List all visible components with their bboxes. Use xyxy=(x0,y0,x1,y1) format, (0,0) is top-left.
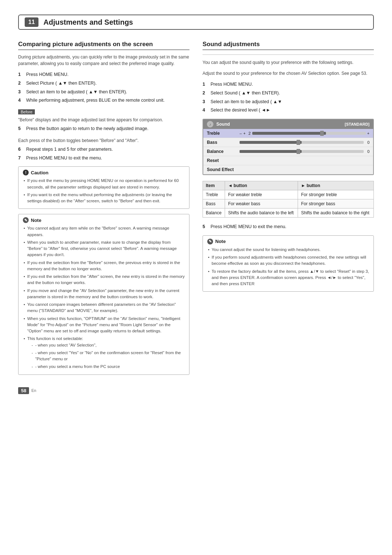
left-step-1: 1 Press HOME MENU. xyxy=(18,71,189,78)
bass-fill xyxy=(240,141,302,144)
right-intro2: Adjust the sound to your preference for … xyxy=(203,70,374,77)
left-step-5: 5 Press the button again to return to th… xyxy=(18,125,189,132)
table-cell-treble-left: For weaker treble xyxy=(225,190,298,199)
right-note-list: You cannot adjust the sound for listenin… xyxy=(207,247,369,287)
page-footer: 58 En xyxy=(18,387,374,394)
caution-box: ! Caution If you exit the menu by pressi… xyxy=(18,166,189,209)
left-note-item-2: If you exit the selection from the "Befo… xyxy=(23,260,185,272)
sound-menu-row-treble: Treble – + 2 + xyxy=(203,129,373,138)
caution-item-2: If you want to exit the menu without per… xyxy=(23,192,185,204)
table-header-left-btn: ◄ button xyxy=(225,181,298,190)
right-note-box: ✎ Note You cannot adjust the sound for l… xyxy=(203,235,374,292)
left-step-3: 3 Select an item to be adjusted ( ▲▼ the… xyxy=(18,89,189,96)
left-step-4: 4 While performing adjustment, press BLU… xyxy=(18,97,189,104)
sound-menu-row-balance: Balance 0 xyxy=(203,147,373,156)
treble-track xyxy=(252,132,366,135)
table-header-right-btn: ► button xyxy=(298,181,374,190)
caution-list: If you exit the menu by pressing HOME ME… xyxy=(23,178,185,204)
left-step-2: 2 Select Picture ( ▲▼ then ENTER). xyxy=(18,80,189,87)
table-cell-balance-left: Shifts the audio balance to the left xyxy=(225,208,298,218)
balance-bar: 0 xyxy=(240,149,369,154)
left-column: Comparing picture adjustments on the scr… xyxy=(18,41,189,380)
sound-effect-label: Sound Effect xyxy=(207,167,240,172)
sound-menu: ♪ Sound [STANDARD] Treble – + 2 + xyxy=(203,119,374,175)
left-steps-cont: 5 Press the button again to return to th… xyxy=(18,125,189,132)
note-icon: ✎ xyxy=(23,217,29,223)
table-cell-bass-item: Bass xyxy=(203,199,225,208)
sound-menu-icon: ♪ xyxy=(207,121,213,127)
balance-thumb xyxy=(297,149,300,154)
left-section-title: Comparing picture adjustments on the scr… xyxy=(18,41,189,50)
right-note-item-1: If you perform sound adjustments with he… xyxy=(207,254,369,267)
page-number: 58 xyxy=(18,387,29,394)
caution-title: ! Caution xyxy=(23,170,185,175)
right-steps: 1 Press HOME MENU. 2 Select Sound ( ▲▼ t… xyxy=(203,81,374,114)
right-step-4: 4 Select the desired level ( ◄► xyxy=(203,107,374,114)
chapter-number: 11 xyxy=(25,17,38,27)
sound-menu-row-reset: Reset xyxy=(203,156,373,165)
table-cell-bass-left: For weaker bass xyxy=(225,199,298,208)
treble-thumb xyxy=(320,131,324,136)
sound-menu-header: ♪ Sound [STANDARD] xyxy=(203,119,373,129)
left-note-item-6: When you select this function, "OPTIMUM"… xyxy=(23,316,185,335)
caution-icon: ! xyxy=(23,170,29,175)
left-note-item-7: This function is not selectable: - when … xyxy=(23,336,185,370)
left-intro: During picture adjustments, you can quic… xyxy=(18,54,189,67)
right-step-3: 3 Select an item to be adjusted ( ▲▼ xyxy=(203,98,374,105)
left-note-item-0: You cannot adjust any item while on the … xyxy=(23,225,185,238)
sound-menu-row-sound-effect: Sound Effect xyxy=(203,165,373,174)
left-note-sub-2: - when you select "Yes" or "No" on the c… xyxy=(31,350,185,362)
table-row-balance: Balance Shifts the audio balance to the … xyxy=(203,208,374,218)
left-note-box: ✎ Note You cannot adjust any item while … xyxy=(18,214,189,374)
sound-menu-label: Sound xyxy=(216,122,342,127)
left-note-item-4: If you move and change the "AV Selection… xyxy=(23,288,185,300)
left-note-sub-1: - when you select "AV Selection", xyxy=(31,342,185,348)
bass-thumb xyxy=(297,140,300,145)
table-cell-bass-right: For stronger bass xyxy=(298,199,374,208)
bass-track xyxy=(240,141,364,144)
balance-fill xyxy=(240,150,302,153)
left-note-sub-3: - when you select a menu from the PC sou… xyxy=(31,364,185,370)
right-intro1: You can adjust the sound quality to your… xyxy=(203,59,374,66)
button-table: Item ◄ button ► button Treble For weaker… xyxy=(203,181,374,218)
table-cell-treble-item: Treble xyxy=(203,190,225,199)
right-step-1: 1 Press HOME MENU. xyxy=(203,81,374,88)
right-steps-cont: 5 Press HOME MENU to exit the menu. xyxy=(203,223,374,230)
caution-item-1: If you exit the menu by pressing HOME ME… xyxy=(23,178,185,190)
sound-menu-standard: [STANDARD] xyxy=(345,122,369,126)
page-lang: En xyxy=(31,388,36,393)
treble-label: Treble xyxy=(207,131,240,136)
left-step-6: 6 Repeat steps 1 and 5 for other paramet… xyxy=(18,146,189,153)
chapter-title: Adjustments and Settings xyxy=(44,18,133,27)
table-row-treble: Treble For weaker treble For stronger tr… xyxy=(203,190,374,199)
two-column-layout: Comparing picture adjustments on the scr… xyxy=(18,41,374,380)
right-column: Sound adjustments You can adjust the sou… xyxy=(203,41,374,297)
right-note-item-2: To restore the factory defaults for all … xyxy=(207,268,369,287)
table-cell-balance-right: Shifts the audio balance to the right xyxy=(298,208,374,218)
left-note-item-1: When you switch to another parameter, ma… xyxy=(23,239,185,258)
left-note-item-5: You cannot compare images between differ… xyxy=(23,301,185,314)
treble-bar: – + 2 + xyxy=(240,131,369,135)
right-step-2: 2 Select Sound ( ▲▼ then ENTER). xyxy=(203,90,374,97)
right-note-icon: ✎ xyxy=(207,239,213,244)
balance-track xyxy=(240,150,364,153)
left-step-7: 7 Press HOME MENU to exit the menu. xyxy=(18,155,189,162)
left-note-list: You cannot adjust any item while on the … xyxy=(23,225,185,370)
left-note-item-3: If you exit the selection from the "Afte… xyxy=(23,274,185,286)
before-note: "Before" displays and the image adjusted… xyxy=(18,117,189,123)
bass-label: Bass xyxy=(207,140,240,145)
reset-label: Reset xyxy=(207,158,240,163)
right-section-title: Sound adjustments xyxy=(203,41,374,50)
right-step-5: 5 Press HOME MENU to exit the menu. xyxy=(203,223,374,230)
right-note-title: ✎ Note xyxy=(207,239,369,244)
left-note-title: ✎ Note xyxy=(23,217,185,223)
left-steps-cont2: 6 Repeat steps 1 and 5 for other paramet… xyxy=(18,146,189,162)
table-cell-treble-right: For stronger treble xyxy=(298,190,374,199)
table-header-item: Item xyxy=(203,181,225,190)
sound-menu-row-bass: Bass 0 xyxy=(203,138,373,147)
bass-bar: 0 xyxy=(240,140,369,145)
right-note-item-0: You cannot adjust the sound for listenin… xyxy=(207,247,369,253)
before-badge: Before xyxy=(18,109,35,114)
each-press-note: Each press of the button toggles between… xyxy=(18,137,189,144)
left-steps: 1 Press HOME MENU. 2 Select Picture ( ▲▼… xyxy=(18,71,189,104)
